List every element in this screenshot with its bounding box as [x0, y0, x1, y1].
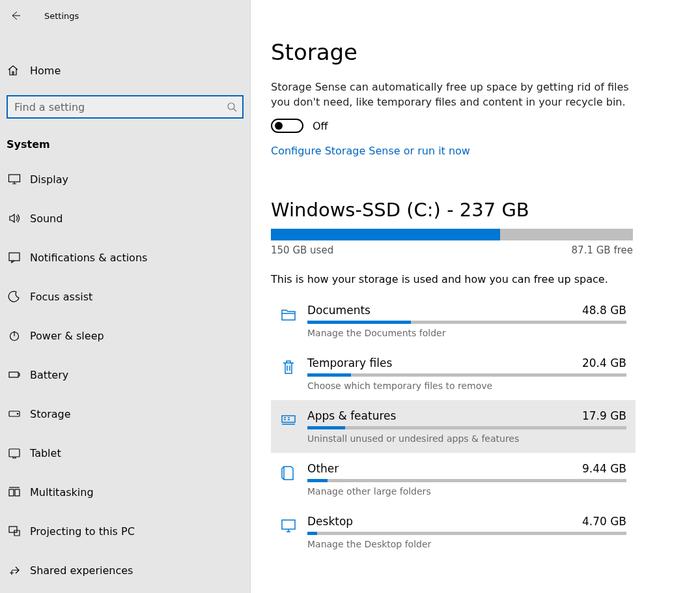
sidebar-item-tablet[interactable]: Tablet [0, 433, 250, 472]
sidebar-item-battery[interactable]: Battery [0, 355, 250, 394]
sound-icon [7, 212, 22, 225]
display-icon [7, 173, 22, 186]
sidebar-item-shared[interactable]: Shared experiences [0, 551, 250, 590]
svg-rect-2 [9, 253, 20, 261]
temp-icon [279, 359, 298, 391]
svg-rect-13 [282, 520, 295, 529]
storage-icon [7, 407, 22, 420]
sidebar-item-label: Sound [30, 212, 63, 225]
drive-usage-fill [271, 229, 500, 240]
category-title-row: Temporary files20.4 GB [307, 356, 626, 369]
nav-list: DisplaySoundNotifications & actionsFocus… [0, 160, 250, 590]
category-hint: Manage the Desktop folder [307, 539, 626, 549]
back-button[interactable] [0, 0, 31, 31]
usage-breakdown-description: This is how your storage is used and how… [271, 273, 680, 285]
sidebar-item-storage[interactable]: Storage [0, 394, 250, 433]
category-title-row: Documents48.8 GB [307, 304, 626, 317]
sidebar-item-label: Power & sleep [30, 330, 104, 342]
svg-rect-4 [9, 372, 18, 377]
drive-free-label: 87.1 GB free [572, 244, 633, 256]
category-bar [307, 532, 626, 535]
sidebar-item-label: Display [30, 173, 68, 186]
apps-icon [279, 412, 298, 444]
sidebar-item-label: Multitasking [30, 486, 94, 499]
other-icon [279, 465, 298, 497]
category-title-row: Other9.44 GB [307, 462, 626, 475]
svg-rect-1 [9, 175, 20, 182]
titlebar-left: Settings [0, 0, 250, 31]
category-bar-fill [307, 321, 411, 324]
configure-storage-sense-link[interactable]: Configure Storage Sense or run it now [271, 145, 680, 157]
page-title: Storage [271, 39, 680, 65]
category-size: 20.4 GB [582, 356, 626, 369]
category-size: 48.8 GB [582, 304, 626, 317]
sidebar-item-multitask[interactable]: Multitasking [0, 472, 250, 512]
category-row-apps[interactable]: Apps & features17.9 GBUninstall unused o… [271, 400, 636, 453]
svg-point-6 [17, 413, 18, 414]
category-bar [307, 321, 626, 324]
storage-sense-description: Storage Sense can automatically free up … [271, 80, 636, 109]
category-hint: Uninstall unused or undesired apps & fea… [307, 433, 626, 444]
arrow-left-icon [10, 10, 21, 21]
svg-point-0 [228, 103, 234, 109]
section-header-system: System [0, 121, 250, 160]
category-row-temp[interactable]: Temporary files20.4 GBChoose which tempo… [271, 347, 636, 400]
category-hint: Choose which temporary files to remove [307, 381, 626, 391]
category-body: Documents48.8 GBManage the Documents fol… [307, 304, 626, 338]
category-body: Temporary files20.4 GBChoose which tempo… [307, 356, 626, 391]
battery-icon [7, 368, 22, 381]
category-body: Other9.44 GBManage other large folders [307, 462, 626, 497]
category-name: Apps & features [307, 409, 396, 422]
category-name: Temporary files [307, 356, 392, 369]
sidebar-item-label: Tablet [30, 447, 61, 459]
category-size: 9.44 GB [582, 462, 626, 475]
sidebar-item-focus[interactable]: Focus assist [0, 277, 250, 316]
drive-used-label: 150 GB used [271, 244, 333, 256]
category-bar-fill [307, 532, 317, 535]
category-row-documents[interactable]: Documents48.8 GBManage the Documents fol… [271, 295, 636, 347]
category-bar [307, 373, 626, 377]
multitask-icon [7, 485, 22, 499]
sidebar-item-power[interactable]: Power & sleep [0, 316, 250, 355]
category-bar [307, 479, 626, 482]
sidebar-item-sound[interactable]: Sound [0, 199, 250, 238]
storage-sense-toggle[interactable] [271, 119, 303, 133]
category-body: Desktop4.70 GBManage the Desktop folder [307, 515, 626, 549]
shared-icon [7, 564, 22, 577]
sidebar-item-notifications[interactable]: Notifications & actions [0, 238, 250, 277]
category-bar [307, 426, 626, 429]
category-title-row: Apps & features17.9 GB [307, 409, 626, 422]
sidebar-item-projecting[interactable]: Projecting to this PC [0, 512, 250, 551]
app-title: Settings [31, 11, 79, 21]
category-name: Other [307, 462, 339, 475]
sidebar: Settings Home System DisplaySoundNotific… [0, 0, 251, 593]
category-bar-fill [307, 479, 328, 482]
storage-sense-toggle-row: Off [271, 119, 680, 133]
category-bar-fill [307, 373, 351, 377]
content-area: Storage Storage Sense can automatically … [251, 0, 700, 593]
category-name: Documents [307, 304, 371, 317]
category-row-other[interactable]: Other9.44 GBManage other large folders [271, 453, 636, 506]
category-title-row: Desktop4.70 GB [307, 515, 626, 528]
sidebar-item-label: Storage [30, 408, 71, 420]
search-box[interactable] [7, 95, 244, 119]
category-size: 17.9 GB [582, 409, 626, 422]
power-icon [7, 329, 22, 342]
sidebar-item-label: Notifications & actions [30, 252, 147, 264]
desktop-icon [279, 517, 298, 549]
sidebar-item-label: Battery [30, 369, 68, 381]
category-bar-fill [307, 426, 345, 429]
home-icon [7, 64, 22, 77]
sidebar-item-display[interactable]: Display [0, 160, 250, 199]
search-icon [227, 102, 237, 112]
documents-icon [279, 306, 298, 338]
home-label: Home [30, 65, 61, 77]
sidebar-item-label: Projecting to this PC [30, 525, 135, 538]
category-list: Documents48.8 GBManage the Documents fol… [271, 295, 680, 558]
svg-rect-12 [282, 416, 295, 422]
search-input[interactable] [13, 100, 227, 114]
sidebar-item-home[interactable]: Home [0, 51, 250, 90]
category-row-desktop[interactable]: Desktop4.70 GBManage the Desktop folder [271, 506, 636, 558]
drive-heading: Windows-SSD (C:) - 237 GB [271, 199, 680, 221]
category-body: Apps & features17.9 GBUninstall unused o… [307, 409, 626, 444]
